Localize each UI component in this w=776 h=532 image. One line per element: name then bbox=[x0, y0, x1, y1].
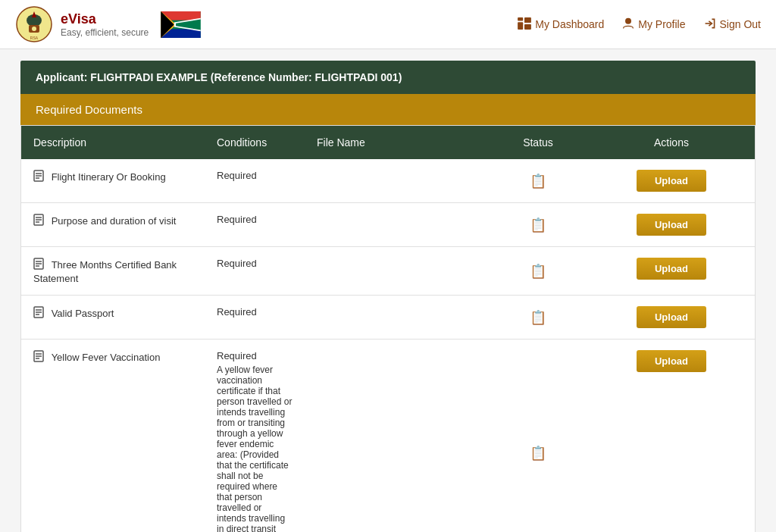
doc-filename-cell bbox=[305, 159, 488, 203]
doc-name: Yellow Fever Vaccination bbox=[52, 352, 161, 363]
doc-status-cell: 📋 bbox=[488, 247, 588, 296]
table-row: Purpose and duration of visit Required 📋… bbox=[21, 203, 755, 247]
table-row: Valid Passport Required 📋 Upload bbox=[21, 296, 755, 340]
doc-status-cell: 📋 bbox=[488, 340, 588, 532]
profile-icon bbox=[622, 17, 634, 32]
required-docs-title: Required Documents bbox=[36, 103, 142, 116]
doc-status-cell: 📋 bbox=[488, 203, 588, 247]
doc-filename-cell bbox=[305, 203, 488, 247]
svg-rect-15 bbox=[518, 22, 523, 30]
doc-actions-cell: Upload bbox=[588, 296, 755, 340]
svg-rect-16 bbox=[524, 23, 531, 29]
doc-name: Flight Itinerary Or Booking bbox=[52, 171, 166, 183]
main-content: Applicant: FLIGHTPADI EXAMPLE (Reference… bbox=[13, 61, 763, 532]
top-nav: My Dashboard My Profile Sign Out bbox=[518, 17, 761, 32]
doc-file-icon bbox=[33, 258, 44, 272]
required-docs-table: Description Conditions File Name Status … bbox=[21, 126, 755, 532]
status-upload-icon: 📋 bbox=[530, 446, 546, 461]
dashboard-icon bbox=[518, 17, 531, 32]
svg-rect-13 bbox=[518, 17, 523, 20]
table-header-row: Description Conditions File Name Status … bbox=[21, 126, 755, 159]
profile-label: My Profile bbox=[638, 18, 685, 30]
doc-description-cell: Flight Itinerary Or Booking bbox=[21, 159, 205, 203]
upload-button[interactable]: Upload bbox=[637, 258, 706, 280]
doc-filename-cell bbox=[305, 340, 488, 532]
signout-icon bbox=[704, 17, 716, 32]
doc-status-cell: 📋 bbox=[488, 296, 588, 340]
logo-text-area: eVisa Easy, efficient, secure bbox=[61, 11, 149, 38]
svg-text:RSA: RSA bbox=[30, 36, 39, 40]
logo-area: RSA eVisa Easy, efficient, secure bbox=[15, 5, 202, 43]
svg-point-4 bbox=[32, 27, 36, 31]
svg-point-17 bbox=[625, 17, 631, 23]
signout-nav-item[interactable]: Sign Out bbox=[704, 17, 761, 32]
profile-nav-item[interactable]: My Profile bbox=[622, 17, 685, 32]
doc-conditions-required: Required bbox=[217, 350, 257, 361]
status-upload-icon: 📋 bbox=[530, 217, 546, 233]
doc-filename-cell bbox=[305, 296, 488, 340]
col-header-actions: Actions bbox=[588, 126, 755, 159]
evisa-brand: eVisa bbox=[61, 11, 149, 27]
status-upload-icon: 📋 bbox=[530, 310, 546, 325]
status-upload-icon: 📋 bbox=[530, 174, 546, 189]
doc-description-cell: Valid Passport bbox=[21, 296, 205, 340]
coat-of-arms-icon: RSA bbox=[15, 5, 53, 43]
doc-conditions-note: A yellow fever vaccination certificate i… bbox=[217, 365, 293, 532]
upload-button[interactable]: Upload bbox=[637, 170, 706, 192]
doc-description-cell: Three Months Certified Bank Statement bbox=[21, 247, 205, 296]
applicant-bar: Applicant: FLIGHTPADI EXAMPLE (Reference… bbox=[20, 61, 756, 94]
required-docs-header: Required Documents bbox=[20, 94, 756, 125]
doc-name: Three Months Certified Bank Statement bbox=[33, 259, 177, 284]
doc-description-cell: Yellow Fever Vaccination bbox=[21, 340, 205, 532]
upload-button[interactable]: Upload bbox=[637, 350, 706, 372]
col-header-description: Description bbox=[21, 126, 205, 159]
svg-rect-14 bbox=[524, 17, 531, 23]
doc-file-icon bbox=[33, 214, 44, 228]
doc-name: Purpose and duration of visit bbox=[52, 215, 177, 227]
upload-button[interactable]: Upload bbox=[637, 306, 706, 328]
doc-file-icon bbox=[33, 170, 44, 184]
table-row: Flight Itinerary Or Booking Required 📋 U… bbox=[21, 159, 755, 203]
col-header-conditions: Conditions bbox=[205, 126, 305, 159]
doc-filename-cell bbox=[305, 247, 488, 296]
doc-file-icon bbox=[33, 306, 44, 321]
doc-status-cell: 📋 bbox=[488, 159, 588, 203]
col-header-filename: File Name bbox=[305, 126, 488, 159]
signout-label: Sign Out bbox=[720, 18, 761, 30]
doc-actions-cell: Upload bbox=[588, 340, 755, 532]
doc-actions-cell: Upload bbox=[588, 247, 755, 296]
logo-tagline: Easy, efficient, secure bbox=[61, 27, 149, 38]
doc-actions-cell: Upload bbox=[588, 203, 755, 247]
col-header-status: Status bbox=[488, 126, 588, 159]
required-docs-table-container: Description Conditions File Name Status … bbox=[20, 125, 756, 532]
doc-conditions-cell: Required bbox=[205, 159, 305, 203]
status-upload-icon: 📋 bbox=[530, 264, 546, 279]
doc-conditions-cell: Required bbox=[205, 247, 305, 296]
doc-name: Valid Passport bbox=[52, 308, 114, 319]
table-row: Three Months Certified Bank Statement Re… bbox=[21, 247, 755, 296]
dashboard-nav-item[interactable]: My Dashboard bbox=[518, 17, 604, 32]
upload-button[interactable]: Upload bbox=[637, 214, 706, 236]
doc-conditions-cell: Required bbox=[205, 296, 305, 340]
doc-file-icon bbox=[33, 350, 44, 365]
dashboard-label: My Dashboard bbox=[535, 18, 604, 30]
site-header: RSA eVisa Easy, efficient, secure bbox=[0, 0, 776, 49]
applicant-text: Applicant: FLIGHTPADI EXAMPLE (Reference… bbox=[36, 71, 402, 83]
doc-conditions-cell: Required bbox=[205, 203, 305, 247]
sa-flag-icon bbox=[160, 11, 202, 38]
table-row: Yellow Fever Vaccination Required A yell… bbox=[21, 340, 755, 532]
doc-description-cell: Purpose and duration of visit bbox=[21, 203, 205, 247]
doc-conditions-cell: Required A yellow fever vaccination cert… bbox=[205, 340, 305, 532]
doc-actions-cell: Upload bbox=[588, 159, 755, 203]
